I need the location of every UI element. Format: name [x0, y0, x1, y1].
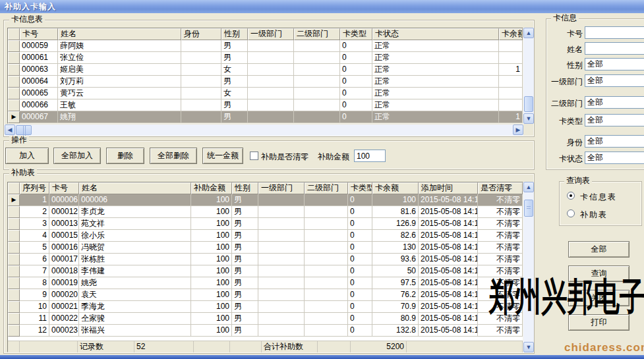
table-row[interactable]: 2000012李贞龙100男081.62015-05-08 14:12:不清零: [8, 206, 523, 218]
delete-all-button[interactable]: 全部删除: [150, 148, 197, 164]
table-row[interactable]: 000063姬启美女0正常1: [8, 64, 523, 76]
column-header[interactable]: 卡号: [49, 182, 79, 194]
scroll-left-icon[interactable]: ◀: [5, 124, 15, 135]
table-row[interactable]: 000065黄巧云女0正常: [8, 88, 523, 99]
table-row[interactable]: 000064刘万莉男0正常: [8, 76, 523, 88]
scroll-thumb[interactable]: [16, 125, 32, 135]
radio-card-info-table[interactable]: [567, 192, 575, 200]
column-header[interactable]: 序列号: [20, 182, 49, 194]
column-header[interactable]: 是否清零: [478, 182, 523, 194]
combo-field[interactable]: [585, 96, 644, 109]
card-grid-hscrollbar[interactable]: ◀ ▶: [5, 124, 523, 136]
column-header[interactable]: 卡号: [20, 28, 58, 40]
cell: 000061: [20, 52, 58, 64]
cell: 张福兴: [79, 325, 191, 337]
table-row[interactable]: ▶000067姚翔男0正常1: [8, 111, 523, 123]
subsidy-amount-input[interactable]: [354, 150, 386, 162]
cell: [305, 242, 348, 254]
column-header[interactable]: 二级部门: [305, 182, 348, 194]
column-header[interactable]: 性别: [221, 28, 248, 40]
cell: 0: [348, 301, 372, 313]
cell: 李伟建: [79, 265, 191, 277]
table-row[interactable]: 6000017张栋胜100男093.62015-05-08 14:12:不清零: [8, 254, 523, 265]
column-header[interactable]: 卡类型: [348, 182, 372, 194]
cell: 0: [348, 325, 372, 337]
scroll-down-icon[interactable]: ▼: [523, 342, 534, 352]
column-header[interactable]: 卡余额: [372, 182, 419, 194]
column-header[interactable]: 一级部门: [248, 28, 294, 40]
scroll-right-icon[interactable]: ▶: [513, 124, 523, 135]
cell: 0: [348, 313, 372, 325]
cell: 100: [372, 194, 419, 206]
table-row[interactable]: 4000015徐小乐100男082.62015-05-08 14:12:不清零: [8, 230, 523, 242]
table-row[interactable]: 3000013苑文祥100男0126.92015-05-08 14:12:不清零: [8, 218, 523, 230]
add-button[interactable]: 加入: [5, 148, 49, 164]
column-header[interactable]: 卡余额: [499, 28, 523, 40]
cell: [305, 206, 348, 218]
column-header[interactable]: 身份: [181, 28, 221, 40]
table-row[interactable]: 000061张立俭男0正常: [8, 52, 523, 64]
scroll-up-icon[interactable]: ▲: [523, 182, 534, 192]
column-header[interactable]: 姓名: [79, 182, 191, 194]
cell: 130: [372, 242, 419, 254]
row-indicator: [8, 52, 20, 64]
cell: 正常: [372, 111, 499, 123]
column-header[interactable]: 补助金额: [191, 182, 232, 194]
cell: 126.9: [372, 218, 419, 230]
delete-button[interactable]: 删除: [106, 148, 144, 164]
field-label: 性别: [546, 60, 583, 71]
column-header[interactable]: 添加时间: [419, 182, 478, 194]
column-header[interactable]: 卡类型: [340, 28, 372, 40]
cell: 000018: [49, 265, 79, 277]
cell: 正常: [372, 52, 499, 64]
cell: [294, 111, 340, 123]
table-row[interactable]: 5000016冯晓贺100男01302015-05-08 14:12:不清零: [8, 242, 523, 254]
cell: [258, 277, 305, 289]
add-all-button[interactable]: 全部加入: [53, 148, 101, 164]
cell: 0: [348, 242, 372, 254]
column-header[interactable]: 卡状态: [372, 28, 499, 40]
title-bar[interactable]: 补助入卡输入: [0, 0, 644, 13]
combo-field[interactable]: [585, 152, 644, 164]
cell: 11: [20, 313, 49, 325]
table-row[interactable]: 12000023张福兴100男0132.82015-05-08 14:12:不清…: [8, 325, 523, 337]
scroll-down-icon[interactable]: ▼: [523, 113, 534, 124]
subsidy-grid-vscrollbar[interactable]: ▲ ▼: [523, 182, 534, 352]
table-row[interactable]: 9000020袁天100男076.22015-05-08 14:12:不清零: [8, 289, 523, 301]
cell: 2015-05-08 14:12:: [419, 289, 478, 301]
column-header[interactable]: 姓名: [58, 28, 181, 40]
scroll-thumb[interactable]: [524, 200, 533, 217]
scroll-up-icon[interactable]: ▲: [523, 28, 534, 38]
combo-field[interactable]: [585, 114, 644, 126]
radio-subsidy-table[interactable]: [567, 209, 575, 217]
scroll-thumb[interactable]: [524, 96, 533, 112]
table-row[interactable]: 10000021季海龙100男070.92015-05-08 14:12:不清零: [8, 301, 523, 313]
column-header[interactable]: 二级部门: [294, 28, 340, 40]
table-row[interactable]: 000066王敏男0正常: [8, 99, 523, 111]
field-label: 姓名: [546, 44, 583, 55]
input-field[interactable]: [585, 42, 644, 55]
column-header[interactable]: 一级部门: [258, 182, 305, 194]
all-button[interactable]: 全部: [568, 241, 629, 258]
table-row[interactable]: ▶1000006000006100男01002015-05-08 14:12:不…: [8, 194, 523, 206]
cell: 正常: [372, 76, 499, 88]
column-header[interactable]: 性别: [232, 182, 258, 194]
cell: 100: [191, 325, 232, 337]
clear-subsidy-checkbox[interactable]: [250, 152, 258, 160]
table-row[interactable]: 7000018李伟建100男0502015-05-08 14:12:不清零: [8, 265, 523, 277]
cell: 10: [20, 301, 49, 313]
combo-field[interactable]: [585, 58, 644, 70]
combo-field[interactable]: [585, 74, 644, 87]
table-row[interactable]: 8000019姚尧100男097.52015-05-08 14:12:不清零: [8, 277, 523, 289]
cell: [181, 52, 221, 64]
uniform-amount-button[interactable]: 统一金额: [202, 148, 243, 164]
combo-field[interactable]: [585, 135, 644, 148]
table-row[interactable]: 000059薛阿姨男0正常: [8, 40, 523, 52]
cell: 81.6: [372, 206, 419, 218]
cell: [258, 325, 305, 337]
card-grid-vscrollbar[interactable]: ▲ ▼: [523, 28, 534, 124]
cell: 黄巧云: [58, 88, 181, 99]
input-field[interactable]: [585, 26, 644, 39]
cell: 男: [232, 265, 258, 277]
table-row[interactable]: 11000022仝家骏100男080.92015-05-08 14:12:不清零: [8, 313, 523, 325]
